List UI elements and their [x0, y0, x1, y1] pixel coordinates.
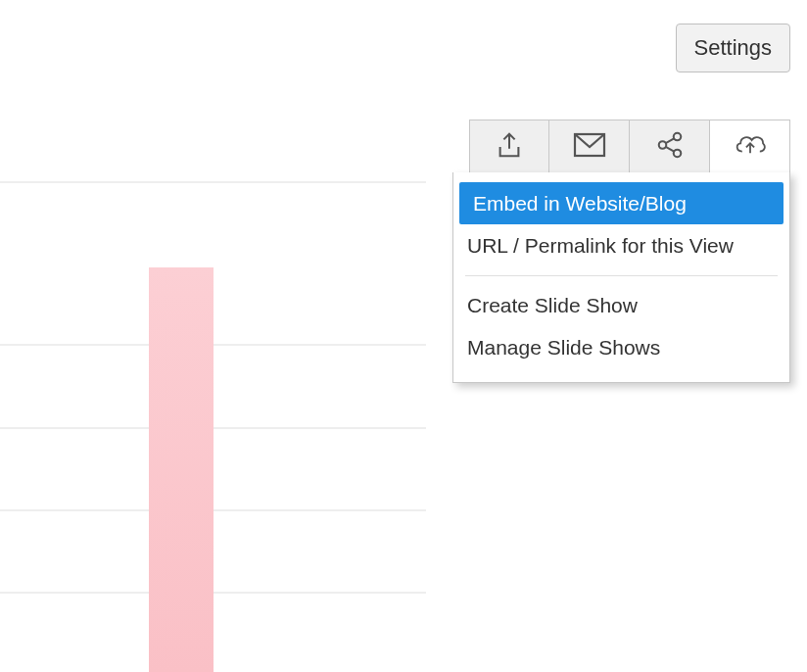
svg-line-5	[665, 146, 673, 151]
tab-publish[interactable]	[710, 120, 790, 173]
publish-menu: Embed in Website/Blog URL / Permalink fo…	[452, 172, 790, 383]
menu-permalink[interactable]: URL / Permalink for this View	[453, 224, 789, 266]
menu-embed[interactable]: Embed in Website/Blog	[459, 182, 783, 224]
share-icon	[654, 130, 686, 164]
export-icon	[495, 130, 524, 164]
tab-share[interactable]	[630, 120, 710, 173]
publish-icon	[733, 130, 768, 164]
menu-item-label: URL / Permalink for this View	[467, 234, 734, 257]
tab-export[interactable]	[469, 120, 549, 173]
svg-line-4	[665, 138, 673, 143]
publish-toolbar	[469, 120, 790, 173]
menu-item-label: Manage Slide Shows	[467, 336, 660, 359]
gridline	[0, 181, 426, 183]
svg-point-1	[658, 141, 666, 149]
menu-item-label: Embed in Website/Blog	[473, 192, 687, 215]
settings-button[interactable]: Settings	[676, 24, 791, 72]
svg-point-3	[673, 149, 681, 157]
menu-divider	[465, 275, 778, 276]
menu-item-label: Create Slide Show	[467, 294, 638, 316]
settings-label: Settings	[694, 35, 773, 61]
chart-bar	[149, 267, 214, 672]
svg-point-2	[673, 132, 681, 140]
email-icon	[573, 130, 606, 164]
tab-email[interactable]	[549, 120, 630, 173]
menu-create-slideshow[interactable]: Create Slide Show	[453, 284, 789, 326]
menu-manage-slideshows[interactable]: Manage Slide Shows	[453, 326, 789, 368]
chart-area	[0, 0, 426, 672]
